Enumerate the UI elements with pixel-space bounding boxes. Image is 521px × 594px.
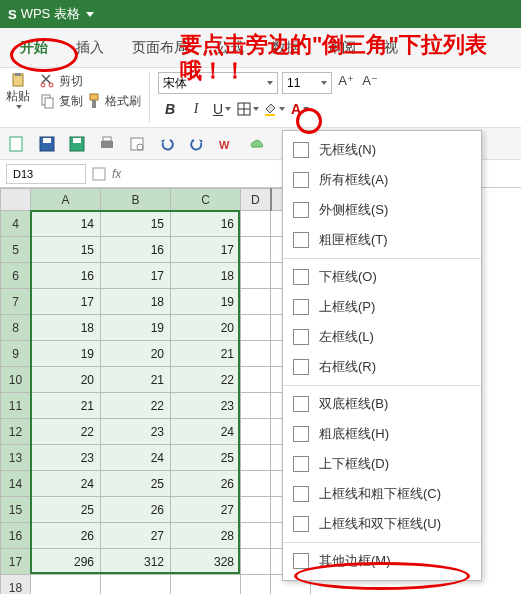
cell[interactable] — [101, 575, 171, 595]
border-menu-item-2[interactable]: 外侧框线(S) — [283, 195, 481, 225]
cell[interactable]: 328 — [171, 549, 241, 575]
row-header-14[interactable]: 14 — [1, 471, 31, 497]
tab-formula[interactable]: 公式 — [202, 31, 258, 65]
name-box[interactable]: D13 — [6, 164, 86, 184]
border-menu-item-14[interactable]: 上框线和双下框线(U) — [283, 509, 481, 539]
row-header-13[interactable]: 13 — [1, 445, 31, 471]
cell[interactable] — [241, 341, 271, 367]
font-name-select[interactable]: 宋体 — [158, 72, 278, 94]
cell[interactable]: 14 — [31, 211, 101, 237]
copy-button[interactable]: 复制 — [40, 93, 83, 110]
cell[interactable]: 28 — [171, 523, 241, 549]
cell[interactable] — [241, 549, 271, 575]
cell[interactable] — [241, 367, 271, 393]
cell[interactable]: 22 — [31, 419, 101, 445]
cell[interactable]: 17 — [31, 289, 101, 315]
insert-function-icon[interactable] — [92, 167, 106, 181]
tab-view[interactable]: 视 — [370, 31, 412, 65]
cell[interactable]: 15 — [31, 237, 101, 263]
cell[interactable]: 24 — [171, 419, 241, 445]
increase-font-button[interactable]: A⁺ — [336, 72, 356, 94]
cell[interactable]: 26 — [101, 497, 171, 523]
border-menu-item-5[interactable]: 下框线(O) — [283, 262, 481, 292]
border-menu-item-6[interactable]: 上框线(P) — [283, 292, 481, 322]
cell[interactable] — [241, 393, 271, 419]
cell[interactable] — [241, 471, 271, 497]
cell[interactable] — [241, 211, 271, 237]
border-menu-item-0[interactable]: 无框线(N) — [283, 135, 481, 165]
cell[interactable]: 27 — [101, 523, 171, 549]
border-menu-item-16[interactable]: 其他边框(M)... — [283, 546, 481, 576]
border-menu-item-7[interactable]: 左框线(L) — [283, 322, 481, 352]
tab-home[interactable]: 开始 — [6, 31, 62, 65]
cell[interactable]: 20 — [171, 315, 241, 341]
cell[interactable]: 21 — [31, 393, 101, 419]
cell[interactable]: 22 — [171, 367, 241, 393]
cell[interactable]: 21 — [101, 367, 171, 393]
cell[interactable]: 24 — [31, 471, 101, 497]
cut-button[interactable]: 剪切 — [40, 72, 141, 90]
cell[interactable] — [241, 237, 271, 263]
tab-data[interactable]: 数据 — [258, 31, 314, 65]
cell[interactable]: 296 — [31, 549, 101, 575]
cell[interactable] — [241, 289, 271, 315]
border-menu-item-3[interactable]: 粗匣框线(T) — [283, 225, 481, 255]
save-as-icon[interactable] — [68, 135, 86, 153]
fx-label[interactable]: fx — [112, 167, 121, 181]
cell[interactable] — [241, 575, 271, 595]
cell[interactable] — [241, 497, 271, 523]
cell[interactable] — [241, 523, 271, 549]
print-icon[interactable] — [98, 135, 116, 153]
bold-button[interactable]: B — [158, 98, 182, 120]
cell[interactable]: 17 — [171, 237, 241, 263]
cell[interactable]: 19 — [171, 289, 241, 315]
cell[interactable]: 16 — [31, 263, 101, 289]
cell[interactable]: 22 — [101, 393, 171, 419]
paste-button[interactable]: 粘贴 — [6, 72, 30, 109]
cloud-icon[interactable] — [248, 135, 266, 153]
cell[interactable] — [31, 575, 101, 595]
cell[interactable]: 20 — [101, 341, 171, 367]
cell[interactable]: 23 — [101, 419, 171, 445]
row-header-4[interactable]: 4 — [1, 211, 31, 237]
cell[interactable]: 17 — [101, 263, 171, 289]
row-header-16[interactable]: 16 — [1, 523, 31, 549]
cell[interactable] — [241, 315, 271, 341]
undo-icon[interactable] — [158, 135, 176, 153]
row-header-12[interactable]: 12 — [1, 419, 31, 445]
fill-color-button[interactable] — [262, 98, 286, 120]
border-menu-item-1[interactable]: 所有框线(A) — [283, 165, 481, 195]
row-header-15[interactable]: 15 — [1, 497, 31, 523]
cell[interactable]: 23 — [31, 445, 101, 471]
row-header-17[interactable]: 17 — [1, 549, 31, 575]
cell[interactable]: 18 — [31, 315, 101, 341]
cell[interactable]: 15 — [101, 211, 171, 237]
redo-icon[interactable] — [188, 135, 206, 153]
col-header-A[interactable]: A — [31, 189, 101, 211]
row-header-8[interactable]: 8 — [1, 315, 31, 341]
col-header-D[interactable]: D — [241, 189, 271, 211]
title-dropdown-icon[interactable] — [86, 12, 94, 17]
cell[interactable]: 20 — [31, 367, 101, 393]
cell[interactable]: 21 — [171, 341, 241, 367]
italic-button[interactable]: I — [184, 98, 208, 120]
format-painter-button[interactable]: 格式刷 — [86, 93, 141, 110]
underline-button[interactable]: U — [210, 98, 234, 120]
cell[interactable]: 23 — [171, 393, 241, 419]
cell[interactable]: 16 — [101, 237, 171, 263]
cell[interactable] — [241, 419, 271, 445]
cell[interactable]: 25 — [31, 497, 101, 523]
cell[interactable]: 18 — [101, 289, 171, 315]
save-icon[interactable] — [38, 135, 56, 153]
print-preview-icon[interactable] — [128, 135, 146, 153]
row-header-7[interactable]: 7 — [1, 289, 31, 315]
border-menu-item-13[interactable]: 上框线和粗下框线(C) — [283, 479, 481, 509]
border-menu-item-8[interactable]: 右框线(R) — [283, 352, 481, 382]
tab-insert[interactable]: 插入 — [62, 31, 118, 65]
new-icon[interactable] — [8, 135, 26, 153]
cell[interactable]: 24 — [101, 445, 171, 471]
cell[interactable]: 26 — [31, 523, 101, 549]
border-menu-item-11[interactable]: 粗底框线(H) — [283, 419, 481, 449]
row-header-11[interactable]: 11 — [1, 393, 31, 419]
cell[interactable] — [171, 575, 241, 595]
